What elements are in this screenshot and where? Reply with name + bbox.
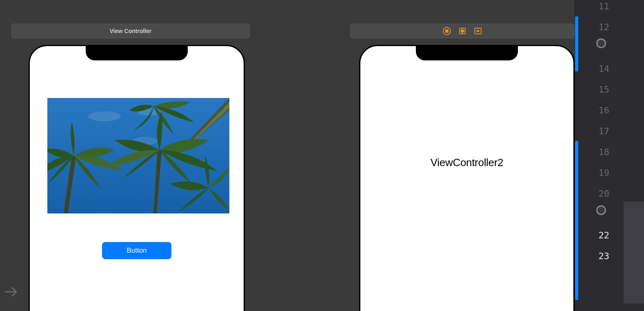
exit-icon[interactable] (474, 27, 482, 35)
phone-frame-1[interactable]: Button (29, 45, 245, 311)
line-number[interactable]: 17 (595, 121, 611, 142)
image-view-palm-trees[interactable] (47, 98, 229, 213)
breakpoint-indicator-icon[interactable] (596, 38, 606, 48)
line-number[interactable]: 11 (595, 0, 611, 17)
editor-gutter[interactable]: 11 12 14 15 16 17 18 19 20 22 23 (575, 0, 644, 311)
code-fold-ribbon[interactable] (575, 141, 578, 300)
svg-rect-3 (460, 29, 464, 33)
phone-frame-2[interactable]: ViewController2 (359, 45, 575, 311)
line-number[interactable]: 20 (595, 183, 611, 204)
view-controller-icon[interactable] (443, 27, 451, 35)
scene-dock-icons (443, 27, 482, 35)
button-label: Button (127, 247, 147, 255)
first-responder-icon[interactable] (458, 27, 466, 35)
line-number[interactable]: 16 (595, 100, 611, 121)
view-controller-2-label[interactable]: ViewController2 (431, 156, 504, 169)
notch (416, 46, 518, 60)
storyboard-canvas[interactable]: View Controller (0, 0, 575, 311)
scene-header-view-controller[interactable]: View Controller (11, 24, 250, 38)
scene-title: View Controller (110, 28, 151, 34)
code-fold-ribbon[interactable] (575, 16, 578, 71)
scene-header-view-controller-2[interactable] (350, 24, 575, 38)
line-number[interactable]: 15 (595, 79, 611, 100)
svg-rect-1 (445, 29, 449, 33)
line-number[interactable]: 19 (595, 162, 611, 183)
line-number[interactable]: 23 (595, 246, 611, 267)
svg-point-7 (88, 111, 121, 121)
line-number[interactable]: 18 (595, 142, 611, 162)
line-number[interactable]: 12 (595, 17, 611, 38)
line-number[interactable]: 22 (595, 225, 611, 246)
minimap-viewport-indicator[interactable] (624, 202, 644, 304)
breakpoint-indicator-icon[interactable] (596, 205, 606, 215)
button[interactable]: Button (102, 242, 171, 259)
initial-view-controller-arrow-icon[interactable] (3, 284, 20, 300)
line-number[interactable]: 14 (595, 58, 611, 79)
notch (86, 46, 188, 60)
